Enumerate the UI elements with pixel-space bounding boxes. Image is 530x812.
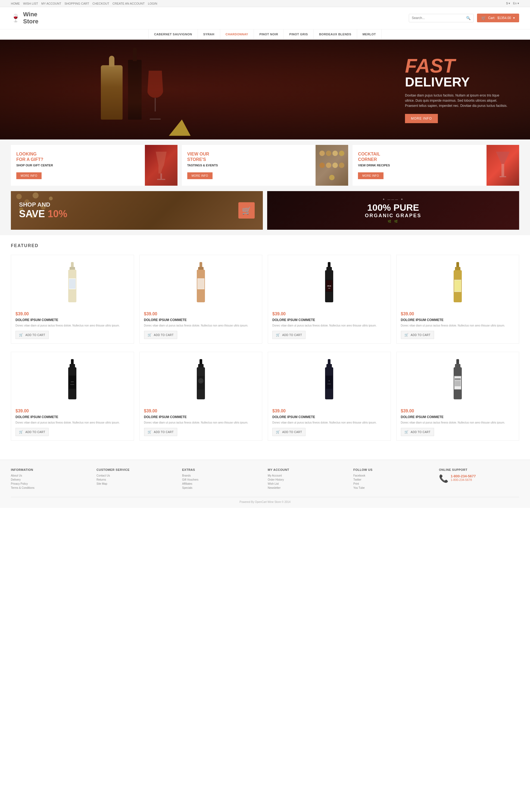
promo-section: LOOKINGFOR A GIFT? SHOP OUR GIFT CENTER … (0, 140, 530, 191)
footer-my-account-link[interactable]: My Account (268, 474, 348, 477)
product-card-8: $39.00 DOLORE IPSUM COMMETE Donec vitae … (396, 352, 519, 441)
banner-row: SHOP AND SAVE 10% 🛒 ✦ ——— ✦ 100% PURE OR… (0, 191, 530, 235)
footer-youtube[interactable]: You Tube (353, 486, 433, 489)
promo-store-more-info[interactable]: MORE INFO (187, 172, 212, 179)
nav-wishlist[interactable]: WISH LIST (23, 2, 38, 5)
add-to-cart-label-7: ADD TO CART (282, 431, 302, 434)
bottle-svg-4 (451, 262, 465, 306)
logo[interactable]: 🍷 WineStore (11, 11, 38, 25)
footer-returns[interactable]: Returns (97, 478, 177, 481)
add-to-cart-label-3: ADD TO CART (282, 334, 302, 336)
nav-pinot-gris[interactable]: PINOT GRIS (284, 29, 314, 39)
svg-rect-3 (71, 262, 74, 267)
banner-save-content: SHOP AND SAVE 10% (19, 201, 67, 220)
footer-delivery[interactable]: Delivery (11, 478, 91, 481)
top-bar-nav: HOME WISH LIST MY ACCOUNT SHOPPING CART … (11, 2, 157, 5)
nav-chardonnay[interactable]: CHARDONNAY (220, 29, 254, 39)
cart-icon-6: 🛒 (148, 430, 152, 434)
featured-section: FEATURED $39.00 DOLORE IPSUM COMMETE Don… (0, 235, 530, 460)
nav-merlot[interactable]: MERLOT (357, 29, 382, 39)
featured-title: FEATURED (11, 243, 519, 248)
nav-checkout[interactable]: CHECKOUT (92, 2, 109, 5)
footer-site-map[interactable]: Site Map (97, 482, 177, 485)
nav-login[interactable]: LOGIN (148, 2, 157, 5)
footer-order-history[interactable]: Order History (268, 478, 348, 481)
hero-title-delivery: DELIVERY (405, 76, 508, 89)
promo-gift-subtitle: SHOP OUR GIFT CENTER (16, 164, 139, 167)
bottle-svg-6: ◈ (194, 359, 208, 403)
product-image-4 (401, 259, 515, 308)
footer-twitter[interactable]: Twitter (353, 478, 433, 481)
promo-cocktail-more-info[interactable]: MORE INFO (358, 172, 383, 179)
cart-amount: $1354.00 (497, 16, 511, 20)
hero-description: Dovitae diam pujus luctus facilisis. Nul… (405, 93, 508, 109)
svg-rect-42 (326, 376, 333, 389)
footer-phone-2: 1-800-234-5678 (451, 478, 476, 481)
add-to-cart-btn-6[interactable]: 🛒 ADD TO CART (144, 428, 177, 436)
add-to-cart-btn-8[interactable]: 🛒 ADD TO CART (401, 428, 434, 436)
footer-col-extras: EXTRAS Brands Gift Vouchers Affiliates S… (182, 468, 262, 490)
add-to-cart-btn-2[interactable]: 🛒 ADD TO CART (144, 331, 177, 339)
cart-icon-1: 🛒 (19, 333, 24, 337)
banner-shop-text: SHOP AND (19, 201, 67, 208)
hero-more-info-button[interactable]: MORE INFO (405, 114, 438, 123)
add-to-cart-btn-7[interactable]: 🛒 ADD TO CART (273, 428, 306, 436)
nav-create-account[interactable]: CREATE AN ACCOUNT (113, 2, 145, 5)
product-desc-2: Donec vitae diam ut purus iactus fineos … (144, 323, 258, 328)
product-desc-7: Donec vitae diam ut purus iactus fineos … (273, 421, 386, 425)
product-name-6: DOLORE IPSUM COMMETE (144, 415, 258, 419)
footer-privacy-policy[interactable]: Privacy Policy (11, 482, 91, 485)
footer-bottom: Powered By OpenCart Wine Store © 2014 (11, 497, 519, 504)
promo-card-store: VIEW OURSTORE'S TASTINGS & EVENTS MORE I… (182, 145, 349, 186)
svg-rect-14 (326, 267, 332, 271)
nav-syrah[interactable]: SYRAH (198, 29, 220, 39)
add-to-cart-btn-3[interactable]: 🛒 ADD TO CART (273, 331, 306, 339)
footer-wish-list[interactable]: Wish List (268, 482, 348, 485)
nav-pinot-noir[interactable]: PINOT NOIR (254, 29, 284, 39)
product-card-1: $39.00 DOLORE IPSUM COMMETE Donec vitae … (11, 255, 134, 344)
hero-content: FAST DELIVERY Dovitae diam pujus luctus … (405, 56, 508, 124)
hero-image (0, 40, 292, 140)
product-name-1: DOLORE IPSUM COMMETE (15, 318, 129, 322)
footer-specials[interactable]: Specials (182, 486, 262, 489)
svg-rect-2 (500, 176, 506, 177)
footer-about-us[interactable]: About Us (11, 474, 91, 477)
svg-text:DARK: DARK (71, 381, 74, 382)
nav-shopping-cart[interactable]: SHOPPING CART (64, 2, 89, 5)
promo-cocktail-image (486, 145, 519, 186)
add-to-cart-btn-1[interactable]: 🛒 ADD TO CART (15, 331, 49, 339)
search-button[interactable]: 🔍 (463, 14, 473, 22)
nav-cabernet[interactable]: CABERNET SAUVIGNON (148, 29, 198, 39)
nav-home[interactable]: HOME (11, 2, 20, 5)
footer-gift-vouchers[interactable]: Gift Vouchers (182, 478, 262, 481)
language-selector[interactable]: En ▾ (513, 2, 519, 5)
footer-newsletter[interactable]: Newsletter (268, 486, 348, 489)
footer-col-customer-service: CUSTOMER SERVICE Contact Us Returns Site… (97, 468, 177, 490)
footer-brands[interactable]: Brands (182, 474, 262, 477)
footer-contact-us[interactable]: Contact Us (97, 474, 177, 477)
product-card-2: $39.00 DOLORE IPSUM COMMETE Donec vitae … (139, 255, 263, 344)
add-to-cart-btn-5[interactable]: 🛒 ADD TO CART (15, 428, 49, 436)
footer-terms[interactable]: Terms & Conditions (11, 486, 91, 489)
footer-print[interactable]: Print (353, 482, 433, 485)
promo-gift-more-info[interactable]: MORE INFO (16, 172, 42, 179)
footer-copyright: Powered By OpenCart Wine Store © 2014 (239, 501, 290, 504)
product-price-8: $39.00 (401, 409, 515, 414)
svg-rect-7 (69, 279, 76, 289)
search-input[interactable] (409, 14, 463, 22)
add-to-cart-btn-4[interactable]: 🛒 ADD TO CART (401, 331, 434, 339)
footer-col-my-account: MY ACCOUNT My Account Order History Wish… (268, 468, 348, 490)
nav-my-account[interactable]: MY ACCOUNT (41, 2, 61, 5)
nav-bordeaux[interactable]: BORDEAUX BLENDS (314, 29, 357, 39)
footer-affiliates[interactable]: Affiliates (182, 482, 262, 485)
cart-icon-4: 🛒 (404, 333, 409, 337)
wine-glass-icon (153, 149, 169, 182)
product-price-4: $39.00 (401, 311, 515, 316)
promo-store-subtitle: TASTINGS & EVENTS (187, 164, 310, 167)
add-to-cart-label-8: ADD TO CART (411, 431, 430, 434)
footer-facebook[interactable]: Facebook (353, 474, 433, 477)
cart-button[interactable]: 🛒 Cart: $1354.00 ▾ (477, 14, 519, 22)
svg-rect-39 (326, 364, 332, 368)
svg-rect-8 (200, 262, 202, 267)
currency-selector[interactable]: $ ▾ (506, 2, 510, 5)
